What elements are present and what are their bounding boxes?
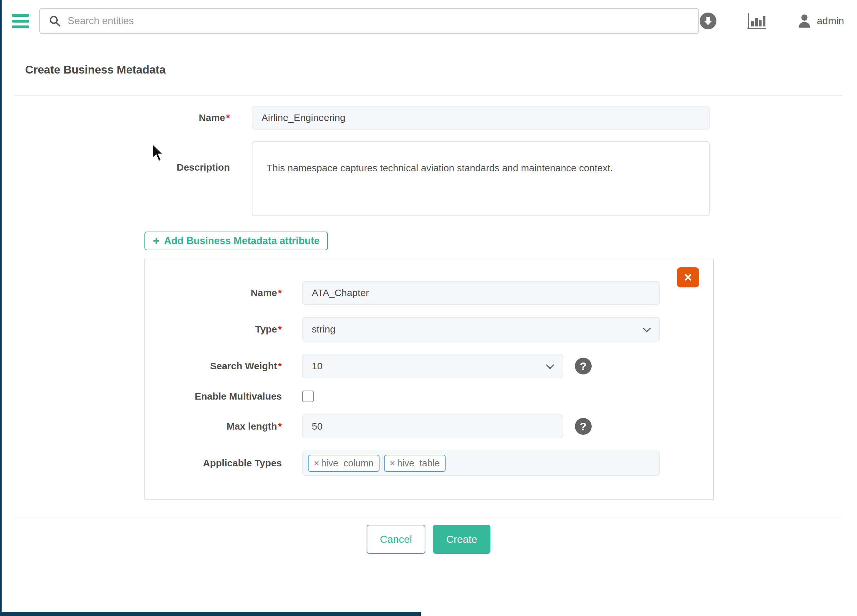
statistics-button[interactable] (747, 12, 767, 30)
attribute-name-row: Name* (145, 281, 713, 305)
create-button[interactable]: Create (433, 525, 490, 554)
entity-search-box[interactable] (39, 8, 699, 34)
footer-divider (14, 518, 843, 518)
required-asterisk: * (278, 324, 282, 334)
description-row: Description This namespace captures tech… (14, 141, 843, 216)
attribute-panel: × Name* Type* string (144, 258, 714, 500)
applicable-type-chip: ×hive_table (384, 455, 446, 472)
required-asterisk: * (278, 421, 282, 432)
username-label: admin (817, 15, 844, 27)
chip-remove-icon[interactable]: × (314, 458, 319, 469)
chip-label: hive_column (321, 458, 374, 469)
required-asterisk: * (278, 287, 282, 298)
search-weight-row: Search Weight* 10 ? (145, 354, 713, 378)
enable-multivalues-row: Enable Multivalues (145, 390, 713, 402)
bar-chart-icon (747, 12, 767, 30)
type-selected-value: string (312, 324, 335, 335)
max-length-label: Max length* (145, 421, 282, 432)
max-length-row: Max length* ? (145, 415, 713, 438)
search-weight-help-icon[interactable]: ? (575, 358, 592, 375)
cancel-button[interactable]: Cancel (367, 525, 425, 554)
enable-multivalues-checkbox[interactable] (302, 390, 314, 402)
enable-multivalues-label: Enable Multivalues (145, 391, 282, 402)
name-label: Name* (14, 112, 230, 123)
required-asterisk: * (226, 112, 230, 123)
user-menu[interactable]: admin (797, 13, 844, 29)
description-textarea[interactable]: This namespace captures technical aviati… (252, 141, 710, 216)
required-asterisk: * (278, 361, 282, 371)
search-weight-selected-value: 10 (312, 361, 322, 371)
plus-icon: + (153, 235, 159, 247)
applicable-types-field[interactable]: ×hive_column×hive_table (302, 450, 660, 476)
form-actions: Cancel Create (14, 525, 843, 554)
max-length-input[interactable] (302, 415, 563, 438)
type-select[interactable]: string (302, 317, 660, 342)
add-attribute-button[interactable]: + Add Business Metadata attribute (144, 232, 328, 250)
download-reports-button[interactable] (699, 12, 717, 30)
attribute-name-input[interactable] (302, 281, 660, 305)
page-title: Create Business Metadata (25, 63, 843, 76)
add-attribute-label: Add Business Metadata attribute (164, 235, 320, 247)
applicable-types-label: Applicable Types (145, 458, 282, 469)
search-weight-select[interactable]: 10 (302, 354, 563, 378)
sidebar-bottom-edge (0, 612, 421, 616)
max-length-help-icon[interactable]: ? (575, 418, 592, 435)
search-weight-label: Search Weight* (145, 361, 282, 371)
name-row: Name* (14, 106, 843, 130)
applicable-types-row: Applicable Types ×hive_column×hive_table (145, 450, 713, 476)
hamburger-menu-icon[interactable] (12, 14, 29, 28)
user-icon (797, 13, 812, 29)
chevron-down-icon (643, 324, 651, 332)
remove-attribute-button[interactable]: × (677, 267, 699, 287)
chip-label: hive_table (397, 458, 440, 469)
top-bar: admin (0, 0, 857, 42)
name-input[interactable] (252, 106, 710, 130)
chevron-down-icon (546, 361, 554, 369)
create-business-metadata-form: Name* Description This namespace capture… (14, 106, 843, 554)
attribute-type-row: Type* string (145, 317, 713, 342)
attribute-name-label: Name* (145, 287, 282, 298)
search-input[interactable] (68, 15, 690, 27)
applicable-type-chip: ×hive_column (308, 455, 379, 472)
attribute-type-label: Type* (145, 324, 282, 335)
download-icon (699, 12, 717, 30)
description-label: Description (14, 162, 230, 173)
title-divider (14, 96, 843, 96)
search-icon (48, 14, 61, 28)
chip-remove-icon[interactable]: × (390, 458, 395, 469)
